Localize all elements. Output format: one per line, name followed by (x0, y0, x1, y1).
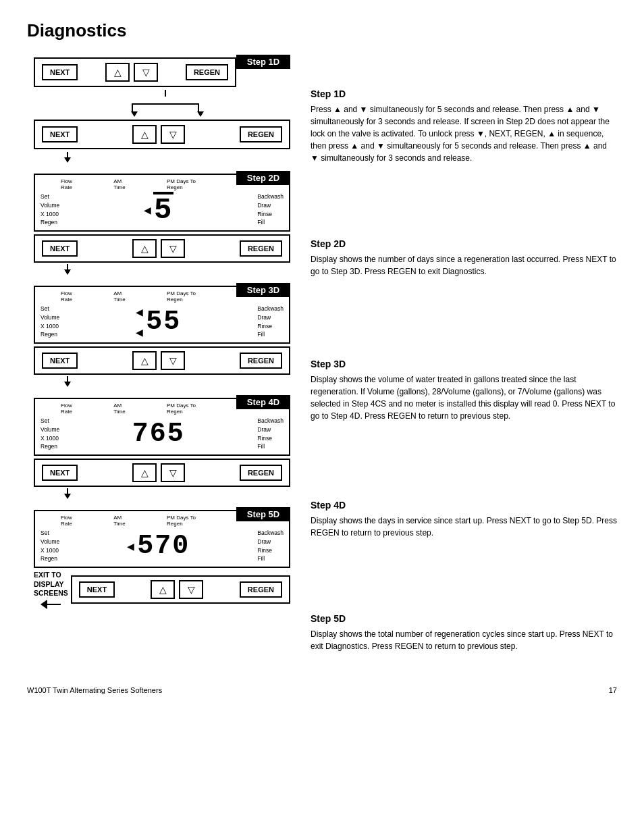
step5d-desc-title: Step 5D (311, 613, 617, 624)
down-arrow-1d-2[interactable]: ▽ (161, 125, 185, 144)
step2d-desc: Step 2D Display shows the number of days… (311, 238, 617, 278)
step2d-right-labels: BackwashDrawRinseFill (257, 192, 284, 227)
step2d-section: Step 2D FlowRate AMTime PM Days ToRegen … (27, 171, 297, 276)
step4d-display: 765 (132, 419, 185, 449)
step5d-ctrl-row: NEXT △ ▽ REGEN (71, 575, 290, 604)
arrow-btns-3d: △ ▽ (132, 351, 185, 370)
step1d-panel2: NEXT △ ▽ REGEN (34, 120, 290, 149)
step1d-desc: Step 1D Press ▲ and ▼ simultaneously for… (311, 88, 617, 164)
left-arrow-5d: ◀ (127, 541, 134, 552)
left-arrow-2d: ◀ (144, 205, 151, 215)
step4d-label: Step 4D (236, 395, 290, 409)
step5d-section: Step 5D FlowRate AMTime PM Days ToRegen … (27, 507, 297, 609)
down-arrow-2d[interactable]: ▽ (161, 239, 185, 258)
step1d-desc-text: Press ▲ and ▼ simultaneously for 5 secon… (311, 103, 617, 164)
up-arrow-1d-2[interactable]: △ (132, 125, 157, 144)
step2d-ctrl-row: NEXT △ ▽ REGEN (34, 234, 290, 263)
down-arrow-1d-1[interactable]: ▽ (134, 63, 158, 82)
col-flow-rate-3d: FlowRate (61, 290, 72, 303)
step5d-col-headers: FlowRate AMTime PM Days ToRegen (41, 515, 236, 527)
regen-btn-5d[interactable]: REGEN (240, 581, 282, 598)
step3d-desc: Step 3D Display shows the volume of wate… (311, 359, 617, 422)
step4d-section: Step 4D FlowRate AMTime PM Days ToRegen … (27, 395, 297, 500)
down-arrow-4d[interactable]: ▽ (161, 463, 185, 482)
footer-page: 17 (609, 686, 617, 694)
col-pm-days-5d: PM Days ToRegen (167, 515, 196, 527)
step5d-body: SetVolumeX 1000Regen ◀ 570 BackwashDrawR… (41, 529, 284, 563)
col-pm-days: PM Days ToRegen (167, 178, 196, 190)
exit-arrow (41, 600, 61, 609)
step3d-left-labels: SetVolumeX 1000Regen (41, 305, 59, 339)
connector1 (54, 90, 277, 117)
step4d-desc-title: Step 4D (311, 500, 617, 511)
next-btn-5d[interactable]: NEXT (79, 581, 115, 598)
step1d-desc-title: Step 1D (311, 88, 617, 99)
arrow-down-4d (64, 488, 297, 499)
step2d-display: 5 (154, 193, 173, 227)
col-flow-rate-4d: FlowRate (61, 402, 72, 415)
up-arrow-5d[interactable]: △ (151, 580, 175, 599)
col-flow-rate-5d: FlowRate (61, 515, 72, 527)
step3d-ctrl-row: NEXT △ ▽ REGEN (34, 346, 290, 375)
step2d-col-headers: FlowRate AMTime PM Days ToRegen (41, 178, 236, 190)
up-arrow-4d[interactable]: △ (132, 463, 157, 482)
page-title: Diagnostics (27, 20, 617, 41)
exit-block: EXIT TODISPLAYSCREENS (34, 571, 68, 609)
page-footer: W100T Twin Alternating Series Softeners … (27, 686, 617, 694)
step5d-label: Step 5D (236, 507, 290, 521)
left-arrow-3d-2: ◀ (136, 327, 143, 338)
step5d-display: 570 (137, 531, 190, 561)
step5d-desc-text: Display shows the total number of regene… (311, 628, 617, 652)
col-am-time-5d: AMTime (113, 515, 125, 527)
next-btn-3d[interactable]: NEXT (42, 353, 78, 369)
regen-btn-4d[interactable]: REGEN (240, 465, 282, 481)
col-am-time-4d: AMTime (113, 402, 125, 415)
up-arrow-3d[interactable]: △ (132, 351, 157, 370)
regen-btn-3d[interactable]: REGEN (240, 353, 282, 369)
step4d-col-headers: FlowRate AMTime PM Days ToRegen (41, 402, 236, 415)
down-arrow-3d[interactable]: ▽ (161, 351, 185, 370)
step1d-panel1: NEXT △ ▽ REGEN (34, 57, 236, 87)
next-btn-1d-1[interactable]: NEXT (42, 64, 78, 80)
arrow-btns-2d: △ ▽ (132, 239, 185, 258)
right-column: Step 1D Press ▲ and ▼ simultaneously for… (311, 55, 617, 673)
next-btn-2d[interactable]: NEXT (42, 240, 78, 257)
regen-btn-1d-1[interactable]: REGEN (186, 64, 228, 80)
step4d-desc: Step 4D Display shows the days in servic… (311, 500, 617, 539)
footer-left: W100T Twin Alternating Series Softeners (27, 686, 162, 694)
step3d-section: Step 3D FlowRate AMTime PM Days ToRegen … (27, 283, 297, 388)
step3d-desc-title: Step 3D (311, 359, 617, 369)
arrow-down-1d (64, 152, 297, 163)
arrow-btns-1d-2: △ ▽ (132, 125, 185, 144)
step4d-desc-text: Display shows the days in service since … (311, 515, 617, 539)
left-column: Step 1D NEXT △ ▽ REGEN (27, 55, 297, 673)
step3d-right-labels: BackwashDrawRinseFill (257, 305, 284, 339)
col-pm-days-4d: PM Days ToRegen (167, 402, 196, 415)
col-am-time: AMTime (113, 178, 125, 190)
up-arrow-2d[interactable]: △ (132, 239, 157, 258)
regen-btn-2d[interactable]: REGEN (240, 240, 282, 257)
step2d-body: SetVolumeX 1000Regen ◀ 5 BackwashDrawRin… (41, 192, 284, 227)
step2d-left-labels: SetVolumeX 1000Regen (41, 192, 59, 227)
step5d-desc: Step 5D Display shows the total number o… (311, 613, 617, 652)
step4d-body: SetVolumeX 1000Regen 765 BackwashDrawRin… (41, 417, 284, 451)
arrow-down-2d (64, 264, 297, 275)
col-pm-days-3d: PM Days ToRegen (167, 290, 196, 303)
content-area: Step 1D NEXT △ ▽ REGEN (27, 55, 617, 673)
arrow-btns-1d-1: △ ▽ (105, 63, 158, 82)
col-am-time-3d: AMTime (113, 290, 125, 303)
step4d-right-labels: BackwashDrawRinseFill (257, 417, 284, 451)
down-arrow-5d[interactable]: ▽ (179, 580, 203, 599)
col-flow-rate: FlowRate (61, 178, 72, 190)
step1d-section: Step 1D NEXT △ ▽ REGEN (27, 55, 297, 164)
step2d-desc-title: Step 2D (311, 238, 617, 249)
step5d-left-labels: SetVolumeX 1000Regen (41, 529, 59, 563)
next-btn-4d[interactable]: NEXT (42, 465, 78, 481)
step3d-body: SetVolumeX 1000Regen ◀ ◀ 55 BackwashDraw… (41, 305, 284, 339)
next-btn-1d-2[interactable]: NEXT (42, 126, 78, 142)
regen-btn-1d-2[interactable]: REGEN (240, 126, 282, 142)
step2d-label: Step 2D (236, 171, 290, 185)
up-arrow-1d-1[interactable]: △ (105, 63, 130, 82)
arrow-down-3d (64, 376, 297, 387)
step3d-label: Step 3D (236, 283, 290, 297)
